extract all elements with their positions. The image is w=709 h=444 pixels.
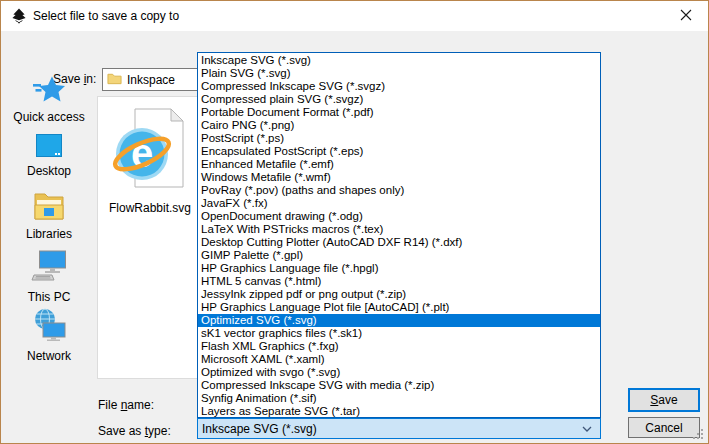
internet-explorer-document-icon: e — [111, 107, 189, 199]
resize-grip[interactable] — [692, 428, 704, 440]
file-name-field-label: File name: — [98, 398, 154, 412]
sidebar-item-quick-access[interactable]: Quick access — [1, 75, 97, 124]
format-option[interactable]: Plain SVG (*.svg) — [198, 67, 600, 80]
format-option[interactable]: HTML 5 canvas (*.html) — [198, 275, 600, 288]
format-option[interactable]: Optimized SVG (*.svg) — [198, 314, 600, 327]
chevron-down-icon — [582, 426, 592, 432]
sidebar-item-label: Libraries — [26, 227, 72, 241]
format-option[interactable]: Synfig Animation (*.sif) — [198, 392, 600, 405]
format-option[interactable]: JessyInk zipped pdf or png output (*.zip… — [198, 288, 600, 301]
format-option[interactable]: OpenDocument drawing (*.odg) — [198, 210, 600, 223]
save-as-type-field-label: Save as type: — [98, 424, 171, 438]
file-item-label: FlowRabbit.svg — [109, 201, 191, 215]
format-option[interactable]: GIMP Palette (*.gpl) — [198, 249, 600, 262]
format-option[interactable]: HP Graphics Language file (*.hpgl) — [198, 262, 600, 275]
format-option[interactable]: Windows Metafile (*.wmf) — [198, 171, 600, 184]
sidebar-item-label: This PC — [28, 290, 71, 304]
format-option[interactable]: Cairo PNG (*.png) — [198, 119, 600, 132]
close-button[interactable] — [663, 1, 708, 31]
format-option[interactable]: LaTeX With PSTricks macros (*.tex) — [198, 223, 600, 236]
computer-icon — [31, 250, 67, 287]
save-copy-dialog: Select file to save a copy to Save in: I… — [0, 0, 709, 444]
format-option[interactable]: Layers as Separate SVG (*.tar) — [198, 405, 600, 418]
sidebar-item-label: Desktop — [27, 164, 71, 178]
format-option[interactable]: Portable Document Format (*.pdf) — [198, 106, 600, 119]
close-icon — [680, 7, 692, 25]
format-dropdown-list: Inkscape SVG (*.svg)Plain SVG (*.svg)Com… — [197, 52, 601, 418]
format-option[interactable]: HP Graphics Language Plot file [AutoCAD]… — [198, 301, 600, 314]
titlebar: Select file to save a copy to — [1, 1, 708, 31]
format-option[interactable]: Enhanced Metafile (*.emf) — [198, 158, 600, 171]
save-as-type-value: Inkscape SVG (*.svg) — [198, 422, 582, 436]
format-option[interactable]: Compressed Inkscape SVG with media (*.zi… — [198, 379, 600, 392]
format-option[interactable]: Compressed Inkscape SVG (*.svgz) — [198, 80, 600, 93]
sidebar-item-label: Quick access — [13, 110, 84, 124]
sidebar-item-this-pc[interactable]: This PC — [1, 250, 97, 304]
format-option[interactable]: Encapsulated PostScript (*.eps) — [198, 145, 600, 158]
monitor-icon — [36, 134, 62, 161]
dialog-body: Save in: Inkspace Quick access — [1, 31, 708, 443]
file-item[interactable]: e FlowRabbit.svg — [104, 107, 196, 215]
save-in-value: Inkspace — [127, 73, 175, 87]
format-option[interactable]: PovRay (*.pov) (paths and shapes only) — [198, 184, 600, 197]
window-title: Select file to save a copy to — [33, 9, 179, 23]
format-option[interactable]: Inkscape SVG (*.svg) — [198, 54, 600, 67]
cancel-button[interactable]: Cancel — [628, 417, 700, 438]
save-button[interactable]: Save — [628, 388, 700, 412]
star-icon — [32, 75, 66, 107]
format-option[interactable]: Microsoft XAML (*.xaml) — [198, 353, 600, 366]
format-option[interactable]: Flash XML Graphics (*.fxg) — [198, 340, 600, 353]
sidebar-item-desktop[interactable]: Desktop — [1, 134, 97, 178]
format-option[interactable]: Compressed plain SVG (*.svgz) — [198, 93, 600, 106]
folder-icon — [107, 71, 122, 89]
network-globe-icon — [32, 308, 66, 346]
format-option[interactable]: Desktop Cutting Plotter (AutoCAD DXF R14… — [198, 236, 600, 249]
inkscape-logo-icon — [11, 8, 27, 24]
format-option[interactable]: Optimized with svgo (*.svg) — [198, 366, 600, 379]
sidebar-item-label: Network — [27, 349, 71, 363]
format-option[interactable]: sK1 vector graphics files (*.sk1) — [198, 327, 600, 340]
sidebar-item-libraries[interactable]: Libraries — [1, 191, 97, 241]
library-folder-icon — [34, 191, 64, 224]
sidebar-item-network[interactable]: Network — [1, 308, 97, 363]
format-option[interactable]: JavaFX (*.fx) — [198, 197, 600, 210]
format-option[interactable]: PostScript (*.ps) — [198, 132, 600, 145]
save-as-type-combobox[interactable]: Inkscape SVG (*.svg) — [197, 418, 601, 439]
